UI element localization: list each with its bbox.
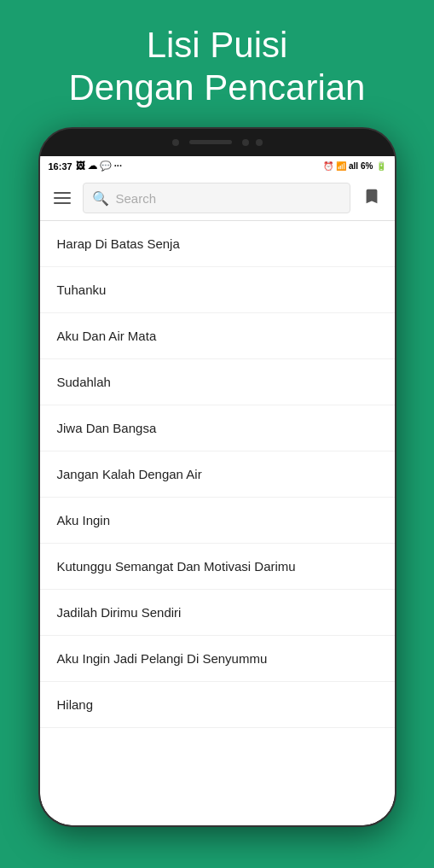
app-bar: 🔍 Search bbox=[40, 177, 395, 221]
status-bar: 16:37 🖼 ☁ 💬 ··· ⏰ 📶 all 6% 🔋 bbox=[40, 156, 395, 177]
notification-icons: 🖼 ☁ 💬 ··· bbox=[76, 160, 122, 172]
sensor-dot-2 bbox=[256, 139, 263, 146]
search-icon: 🔍 bbox=[92, 190, 109, 207]
page-title: Lisi Puisi Dengan Pencarian bbox=[52, 0, 383, 127]
list-item[interactable]: Harap Di Batas Senja bbox=[40, 221, 395, 267]
list-item[interactable]: Jadilah Dirimu Sendiri bbox=[40, 590, 395, 636]
corner-decoration bbox=[327, 757, 395, 825]
volume-up-button bbox=[38, 231, 40, 274]
signal-bars: all bbox=[349, 161, 358, 171]
phone-screen: 16:37 🖼 ☁ 💬 ··· ⏰ 📶 all 6% 🔋 🔍 Search bbox=[40, 156, 395, 825]
front-camera bbox=[172, 139, 179, 146]
phone-top-bar bbox=[40, 129, 395, 156]
status-right: ⏰ 📶 all 6% 🔋 bbox=[323, 161, 386, 171]
status-left: 16:37 🖼 ☁ 💬 ··· bbox=[49, 160, 122, 172]
list-item[interactable]: Jiwa Dan Bangsa bbox=[40, 405, 395, 451]
list-item[interactable]: Aku Ingin Jadi Pelangi Di Senyummu bbox=[40, 636, 395, 682]
hamburger-line-1 bbox=[54, 192, 71, 194]
list-item[interactable]: Aku Ingin bbox=[40, 498, 395, 544]
bookmark-icon bbox=[362, 187, 381, 206]
power-button bbox=[395, 257, 396, 317]
volume-down-button bbox=[38, 287, 40, 329]
search-box[interactable]: 🔍 Search bbox=[83, 183, 350, 213]
signal-strength: 📶 bbox=[336, 161, 346, 171]
list-item[interactable]: Hilang bbox=[40, 682, 395, 728]
list-item[interactable]: Jangan Kalah Dengan Air bbox=[40, 451, 395, 498]
menu-button[interactable] bbox=[50, 189, 74, 207]
hamburger-line-3 bbox=[54, 202, 71, 204]
poem-list[interactable]: Harap Di Batas SenjaTuhankuAku Dan Air M… bbox=[40, 221, 395, 825]
list-item[interactable]: Sudahlah bbox=[40, 359, 395, 405]
earpiece-speaker bbox=[189, 140, 232, 144]
search-placeholder: Search bbox=[116, 191, 157, 206]
bookmark-button[interactable] bbox=[359, 184, 385, 213]
list-item[interactable]: Tuhanku bbox=[40, 267, 395, 313]
hamburger-line-2 bbox=[54, 197, 71, 199]
battery-icon: 🔋 bbox=[376, 161, 386, 171]
alarm-icon: ⏰ bbox=[323, 161, 333, 171]
phone-mockup: 16:37 🖼 ☁ 💬 ··· ⏰ 📶 all 6% 🔋 🔍 Search bbox=[38, 127, 396, 827]
sensor-dot bbox=[242, 139, 249, 146]
list-item[interactable]: Kutunggu Semangat Dan Motivasi Darimu bbox=[40, 544, 395, 590]
time-display: 16:37 bbox=[49, 161, 72, 172]
list-item[interactable]: Aku Dan Air Mata bbox=[40, 313, 395, 359]
battery-display: 6% bbox=[361, 161, 373, 171]
